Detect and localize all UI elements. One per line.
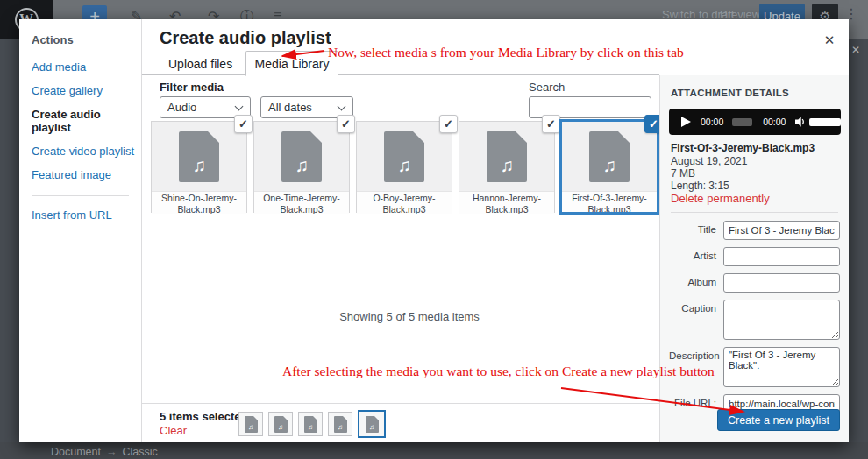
music-note-icon: ♫: [500, 156, 514, 174]
media-item-filename: Hannon-Jeremy-Black.mp3: [459, 191, 554, 214]
audio-file-icon-area: ♫: [459, 122, 554, 191]
menu-item-add-media[interactable]: Add media: [32, 60, 141, 74]
attachment-length: Length: 3:15: [671, 180, 729, 192]
page-fold-icon: [516, 131, 527, 143]
selected-thumbnails: ♫ ♫ ♫ ♫ ♫: [238, 410, 391, 438]
page-fold-icon: [253, 416, 258, 420]
media-item[interactable]: ♫ Hannon-Jeremy-Black.mp3 ✓: [459, 121, 555, 213]
menu-item-create-gallery[interactable]: Create gallery: [32, 84, 141, 97]
menu-item-featured-image[interactable]: Featured image: [32, 168, 141, 181]
grid-status-text: Showing 5 of 5 media items: [151, 310, 668, 323]
tab-upload-files[interactable]: Upload files: [160, 52, 241, 77]
background-dismiss-icon[interactable]: ✕: [851, 44, 860, 56]
music-note-icon: ♫: [248, 424, 253, 431]
caption-field[interactable]: [723, 300, 840, 340]
page-fold-icon: [413, 131, 424, 143]
date-filter-value: All dates: [268, 101, 312, 114]
checked-icon[interactable]: ✓: [439, 115, 458, 133]
audio-file-icon: ♫: [589, 131, 630, 182]
audio-file-icon: ♫: [334, 416, 347, 433]
media-item[interactable]: ♫ Shine-On-Jeremy-Black.mp3 ✓: [151, 121, 247, 213]
breadcrumb: Document→Classic: [51, 446, 158, 458]
music-note-icon: ♫: [308, 424, 313, 431]
file-url-label: File URL:: [669, 394, 723, 413]
media-item[interactable]: ♫ One-Time-Jeremy-Black.mp3 ✓: [253, 121, 350, 213]
description-field[interactable]: "First Of 3 - Jeremy Black".: [723, 347, 840, 387]
selected-thumbnail[interactable]: ♫: [268, 412, 293, 436]
media-item-filename: O-Boy-Jeremy-Black.mp3: [357, 191, 452, 214]
annotation-playlist-note: After selecting the media you want to us…: [282, 364, 715, 379]
music-note-icon: ♫: [192, 156, 206, 174]
album-field[interactable]: [723, 273, 840, 293]
checked-icon[interactable]: ✓: [542, 115, 560, 133]
annotation-tab-note: Now, select media s from your Media Libr…: [328, 45, 684, 60]
artist-field[interactable]: [723, 247, 840, 266]
audio-file-icon: ♫: [245, 416, 258, 433]
create-new-playlist-button[interactable]: Create a new playlist: [717, 409, 840, 431]
audio-file-icon: ♫: [384, 131, 424, 182]
checked-icon[interactable]: ✓: [234, 115, 253, 133]
media-library-content: Filter media Audio All dates Search ♫ Sh…: [142, 75, 659, 442]
close-icon[interactable]: ✕: [819, 30, 840, 51]
audio-file-icon-area: ♫: [562, 122, 657, 191]
selected-thumbnail[interactable]: ♫: [238, 412, 263, 436]
selected-thumbnail-focused[interactable]: ♫: [358, 410, 386, 438]
chevron-down-icon: [235, 102, 244, 111]
media-item-filename: One-Time-Jeremy-Black.mp3: [254, 191, 349, 214]
media-type-value: Audio: [167, 101, 196, 114]
audio-file-icon: ♫: [274, 416, 288, 433]
page-fold-icon: [343, 416, 347, 420]
attachment-date: August 19, 2021: [671, 155, 747, 167]
menu-item-create-audio-playlist[interactable]: Create audio playlist: [32, 108, 141, 134]
selected-thumbnail[interactable]: ♫: [328, 412, 352, 436]
audio-file-icon-area: ♫: [357, 122, 452, 191]
speaker-icon[interactable]: [795, 117, 806, 127]
sidebar-divider: [671, 212, 838, 213]
volume-slider[interactable]: [809, 118, 841, 126]
actions-header: Actions: [32, 33, 141, 46]
music-note-icon: ♫: [369, 424, 374, 431]
page-fold-icon: [310, 131, 322, 143]
media-item-selected[interactable]: ♫ First-Of-3-Jeremy-Black.mp3 ✓: [561, 121, 658, 213]
search-label: Search: [529, 81, 565, 94]
media-modal-menu: Actions Add media Create gallery Create …: [19, 19, 142, 442]
chevron-down-icon: [338, 102, 346, 111]
audio-player[interactable]: 00:00 00:00: [669, 109, 841, 135]
music-note-icon: ♫: [338, 424, 343, 431]
play-icon[interactable]: [681, 117, 691, 127]
media-item[interactable]: ♫ O-Boy-Jeremy-Black.mp3 ✓: [356, 121, 452, 213]
audio-file-icon: ♫: [179, 131, 219, 182]
media-item-filename: Shine-On-Jeremy-Black.mp3: [152, 191, 246, 214]
music-note-icon: ♫: [278, 424, 283, 431]
page-fold-icon: [618, 131, 630, 143]
menu-item-insert-from-url[interactable]: Insert from URL: [32, 208, 141, 222]
audio-file-icon-area: ♫: [152, 122, 246, 191]
tab-media-library[interactable]: Media Library: [245, 51, 339, 76]
clear-selection-link[interactable]: Clear: [160, 424, 187, 437]
delete-permanently-link[interactable]: Delete permanently: [671, 192, 770, 205]
music-note-icon: ♫: [295, 156, 309, 174]
attachment-details-panel: ATTACHMENT DETAILS 00:00 00:00 First-Of-…: [659, 75, 849, 442]
progress-bar[interactable]: [732, 118, 752, 126]
page-fold-icon: [374, 416, 379, 420]
selection-toolbar: 5 items selected Clear ♫ ♫ ♫ ♫ ♫: [142, 403, 659, 442]
total-time: 00:00: [763, 117, 786, 127]
checked-icon[interactable]: ✓: [337, 115, 355, 133]
media-item-filename: First-Of-3-Jeremy-Black.mp3: [562, 191, 657, 214]
attachment-details-header: ATTACHMENT DETAILS: [671, 88, 789, 98]
breadcrumb-document[interactable]: Document: [51, 446, 101, 458]
breadcrumb-classic[interactable]: Classic: [122, 446, 157, 458]
attachment-filename: First-Of-3-Jeremy-Black.mp3: [671, 142, 815, 154]
music-note-icon: ♫: [397, 156, 411, 174]
audio-file-icon-area: ♫: [254, 122, 349, 191]
title-field[interactable]: [723, 221, 840, 240]
selected-count: 5 items selected: [160, 410, 247, 423]
caption-label: Caption: [669, 300, 723, 340]
current-time: 00:00: [701, 117, 723, 127]
page-fold-icon: [313, 416, 317, 420]
page-fold-icon: [208, 131, 219, 143]
artist-label: Artist: [669, 247, 723, 266]
selected-thumbnail[interactable]: ♫: [298, 412, 323, 436]
menu-item-create-video-playlist[interactable]: Create video playlist: [32, 145, 141, 158]
page-fold-icon: [283, 416, 288, 420]
